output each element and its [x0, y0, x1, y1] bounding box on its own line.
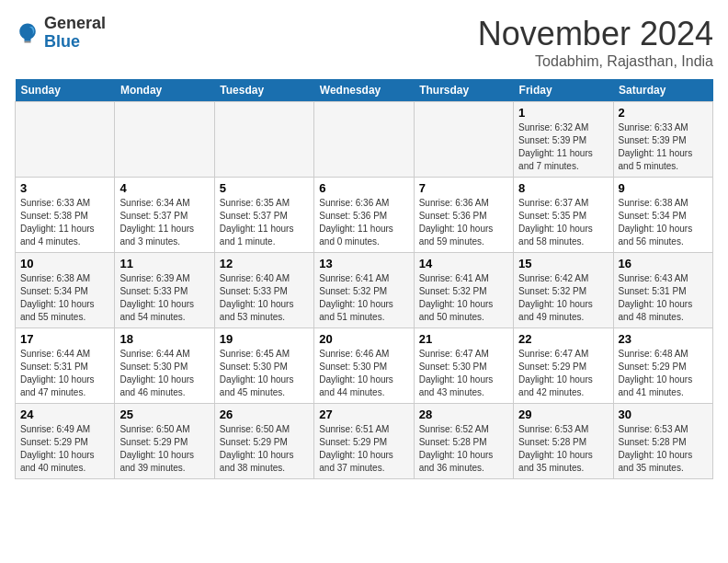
day-info: Sunrise: 6:35 AMSunset: 5:37 PMDaylight:…	[220, 197, 309, 248]
day-info: Sunrise: 6:34 AMSunset: 5:37 PMDaylight:…	[119, 197, 209, 248]
day-cell: 19Sunrise: 6:45 AMSunset: 5:30 PMDayligh…	[214, 328, 313, 404]
day-info: Sunrise: 6:36 AMSunset: 5:36 PMDaylight:…	[319, 197, 408, 248]
day-cell: 27Sunrise: 6:51 AMSunset: 5:29 PMDayligh…	[314, 404, 414, 479]
weekday-header-monday: Monday	[115, 79, 214, 102]
day-cell: 7Sunrise: 6:36 AMSunset: 5:36 PMDaylight…	[414, 178, 513, 253]
day-number: 6	[319, 181, 408, 195]
day-cell: 23Sunrise: 6:48 AMSunset: 5:29 PMDayligh…	[613, 328, 712, 404]
day-cell	[214, 102, 313, 178]
day-number: 7	[419, 181, 508, 195]
day-info: Sunrise: 6:52 AMSunset: 5:28 PMDaylight:…	[419, 423, 508, 475]
day-cell: 6Sunrise: 6:36 AMSunset: 5:36 PMDaylight…	[314, 178, 414, 253]
day-info: Sunrise: 6:47 AMSunset: 5:29 PMDaylight:…	[518, 348, 608, 399]
day-info: Sunrise: 6:38 AMSunset: 5:34 PMDaylight:…	[619, 197, 708, 248]
logo: General Blue	[15, 15, 106, 52]
day-number: 13	[319, 257, 408, 270]
day-cell	[314, 102, 414, 178]
day-info: Sunrise: 6:38 AMSunset: 5:34 PMDaylight:…	[20, 272, 109, 324]
day-cell: 4Sunrise: 6:34 AMSunset: 5:37 PMDaylight…	[115, 178, 214, 253]
day-info: Sunrise: 6:41 AMSunset: 5:32 PMDaylight:…	[319, 272, 408, 324]
weekday-header-tuesday: Tuesday	[214, 79, 313, 102]
calendar-table: SundayMondayTuesdayWednesdayThursdayFrid…	[15, 79, 713, 479]
day-info: Sunrise: 6:43 AMSunset: 5:31 PMDaylight:…	[619, 272, 708, 324]
day-number: 22	[518, 332, 608, 346]
day-info: Sunrise: 6:50 AMSunset: 5:29 PMDaylight:…	[119, 423, 209, 475]
day-number: 3	[20, 181, 109, 195]
day-number: 11	[119, 257, 209, 270]
day-info: Sunrise: 6:44 AMSunset: 5:30 PMDaylight:…	[119, 348, 209, 399]
day-number: 4	[119, 181, 209, 195]
title-area: November 2024 Todabhim, Rajasthan, India	[478, 15, 713, 70]
day-cell: 2Sunrise: 6:33 AMSunset: 5:39 PMDaylight…	[613, 102, 712, 178]
day-info: Sunrise: 6:50 AMSunset: 5:29 PMDaylight:…	[220, 423, 309, 475]
day-number: 19	[220, 332, 309, 346]
location-title: Todabhim, Rajasthan, India	[478, 53, 713, 70]
day-cell: 26Sunrise: 6:50 AMSunset: 5:29 PMDayligh…	[214, 404, 313, 479]
day-info: Sunrise: 6:48 AMSunset: 5:29 PMDaylight:…	[619, 348, 708, 399]
day-cell: 16Sunrise: 6:43 AMSunset: 5:31 PMDayligh…	[613, 253, 712, 328]
month-title: November 2024	[478, 15, 713, 53]
day-info: Sunrise: 6:47 AMSunset: 5:30 PMDaylight:…	[419, 348, 508, 399]
week-row-4: 17Sunrise: 6:44 AMSunset: 5:31 PMDayligh…	[16, 328, 713, 404]
day-number: 29	[518, 408, 608, 421]
day-cell: 5Sunrise: 6:35 AMSunset: 5:37 PMDaylight…	[214, 178, 313, 253]
weekday-header-thursday: Thursday	[414, 79, 513, 102]
day-cell: 24Sunrise: 6:49 AMSunset: 5:29 PMDayligh…	[16, 404, 115, 479]
week-row-2: 3Sunrise: 6:33 AMSunset: 5:38 PMDaylight…	[16, 178, 713, 253]
day-info: Sunrise: 6:44 AMSunset: 5:31 PMDaylight:…	[20, 348, 109, 399]
day-number: 20	[319, 332, 408, 346]
day-number: 1	[518, 106, 608, 120]
day-cell: 20Sunrise: 6:46 AMSunset: 5:30 PMDayligh…	[314, 328, 414, 404]
day-info: Sunrise: 6:53 AMSunset: 5:28 PMDaylight:…	[518, 423, 608, 475]
weekday-header-sunday: Sunday	[16, 79, 115, 102]
header: General Blue November 2024 Todabhim, Raj…	[15, 15, 713, 70]
day-cell: 8Sunrise: 6:37 AMSunset: 5:35 PMDaylight…	[514, 178, 613, 253]
day-number: 5	[220, 181, 309, 195]
day-info: Sunrise: 6:37 AMSunset: 5:35 PMDaylight:…	[518, 197, 608, 248]
day-info: Sunrise: 6:42 AMSunset: 5:32 PMDaylight:…	[518, 272, 608, 324]
weekday-header-saturday: Saturday	[613, 79, 712, 102]
day-info: Sunrise: 6:53 AMSunset: 5:28 PMDaylight:…	[619, 423, 708, 475]
day-number: 8	[518, 181, 608, 195]
week-row-1: 1Sunrise: 6:32 AMSunset: 5:39 PMDaylight…	[16, 102, 713, 178]
day-cell: 1Sunrise: 6:32 AMSunset: 5:39 PMDaylight…	[514, 102, 613, 178]
day-info: Sunrise: 6:49 AMSunset: 5:29 PMDaylight:…	[20, 423, 109, 475]
day-number: 14	[419, 257, 508, 270]
day-info: Sunrise: 6:46 AMSunset: 5:30 PMDaylight:…	[319, 348, 408, 399]
day-cell: 17Sunrise: 6:44 AMSunset: 5:31 PMDayligh…	[16, 328, 115, 404]
weekday-header-friday: Friday	[514, 79, 613, 102]
day-number: 24	[20, 408, 109, 421]
day-number: 10	[20, 257, 109, 270]
day-cell: 11Sunrise: 6:39 AMSunset: 5:33 PMDayligh…	[115, 253, 214, 328]
day-number: 21	[419, 332, 508, 346]
day-number: 27	[319, 408, 408, 421]
day-cell: 15Sunrise: 6:42 AMSunset: 5:32 PMDayligh…	[514, 253, 613, 328]
day-number: 2	[619, 106, 708, 120]
day-cell: 9Sunrise: 6:38 AMSunset: 5:34 PMDaylight…	[613, 178, 712, 253]
day-number: 16	[619, 257, 708, 270]
day-cell: 30Sunrise: 6:53 AMSunset: 5:28 PMDayligh…	[613, 404, 712, 479]
week-row-3: 10Sunrise: 6:38 AMSunset: 5:34 PMDayligh…	[16, 253, 713, 328]
day-number: 18	[119, 332, 209, 346]
day-cell: 12Sunrise: 6:40 AMSunset: 5:33 PMDayligh…	[214, 253, 313, 328]
day-number: 26	[220, 408, 309, 421]
day-info: Sunrise: 6:36 AMSunset: 5:36 PMDaylight:…	[419, 197, 508, 248]
logo-text: General Blue	[44, 15, 106, 52]
day-number: 30	[619, 408, 708, 421]
day-cell: 22Sunrise: 6:47 AMSunset: 5:29 PMDayligh…	[514, 328, 613, 404]
day-number: 12	[220, 257, 309, 270]
day-cell	[16, 102, 115, 178]
day-info: Sunrise: 6:33 AMSunset: 5:38 PMDaylight:…	[20, 197, 109, 248]
day-cell: 28Sunrise: 6:52 AMSunset: 5:28 PMDayligh…	[414, 404, 513, 479]
day-number: 9	[619, 181, 708, 195]
week-row-5: 24Sunrise: 6:49 AMSunset: 5:29 PMDayligh…	[16, 404, 713, 479]
logo-icon	[15, 20, 40, 46]
day-cell: 13Sunrise: 6:41 AMSunset: 5:32 PMDayligh…	[314, 253, 414, 328]
day-number: 25	[119, 408, 209, 421]
day-info: Sunrise: 6:33 AMSunset: 5:39 PMDaylight:…	[619, 121, 708, 173]
day-cell: 14Sunrise: 6:41 AMSunset: 5:32 PMDayligh…	[414, 253, 513, 328]
day-info: Sunrise: 6:51 AMSunset: 5:29 PMDaylight:…	[319, 423, 408, 475]
svg-rect-0	[25, 41, 31, 43]
day-number: 28	[419, 408, 508, 421]
day-cell: 10Sunrise: 6:38 AMSunset: 5:34 PMDayligh…	[16, 253, 115, 328]
